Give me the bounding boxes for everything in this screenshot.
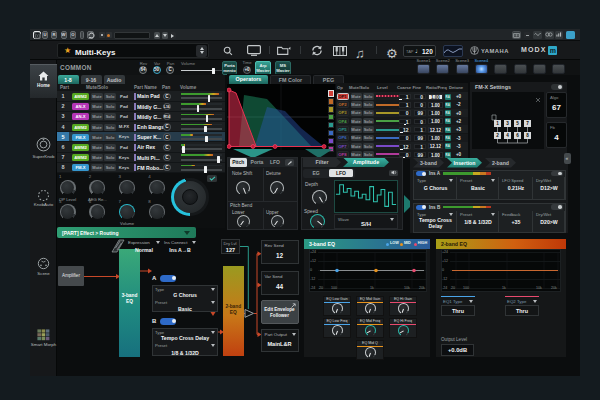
part-volume-slider[interactable]	[181, 148, 222, 150]
op-fine[interactable]: 99	[414, 152, 426, 158]
op-mute-button[interactable]: Mute	[351, 135, 362, 142]
part-solo-button[interactable]: Solo	[104, 124, 116, 131]
wave-box[interactable]: WaveS/H	[334, 214, 398, 229]
op-detune[interactable]: +0	[452, 94, 465, 99]
op-swatch-7[interactable]	[328, 138, 335, 145]
host-minus-button[interactable]	[524, 32, 530, 38]
op-row-6[interactable]: OP6 Mute Solo 0 99 1.00 RA -3	[336, 134, 468, 142]
settings-button[interactable]: ⚙	[386, 44, 399, 57]
scene-button-8[interactable]	[552, 64, 565, 74]
search-button[interactable]	[223, 46, 233, 56]
part-row-5[interactable]: 5 FM-X Mute Solo Keys Super K... C	[57, 132, 225, 142]
assign-knob-5[interactable]	[60, 204, 76, 220]
part-pan-knob[interactable]: R14	[163, 113, 171, 121]
op-fine[interactable]: 99	[414, 135, 426, 141]
eq3-knob-5[interactable]	[398, 325, 409, 336]
host-wave-button[interactable]	[533, 31, 542, 39]
mod-wave-box[interactable]	[443, 45, 463, 57]
assign-knob-8[interactable]	[149, 204, 165, 220]
portamento-button[interactable]: Portamento	[222, 61, 237, 75]
folder-button[interactable]	[277, 45, 291, 56]
op-fine[interactable]: 0	[414, 94, 426, 100]
op-fine[interactable]: 99	[414, 110, 426, 116]
eq1-type-cell[interactable]: EQ1 TypeThru	[441, 296, 475, 316]
part-name[interactable]: Air Rex	[137, 144, 165, 150]
ins-cell-preset[interactable]: Preset1/8 & 1/32D	[458, 211, 499, 233]
op-coarse[interactable]: 12	[399, 144, 411, 150]
op-ratio-badge[interactable]: RA	[445, 110, 452, 116]
part-tab-9-16[interactable]: 9-16	[81, 75, 102, 84]
fmx-edit-toggle[interactable]	[551, 84, 563, 90]
scene-button-2[interactable]	[436, 64, 449, 74]
pitch-tab-2[interactable]: LFO	[267, 158, 283, 167]
host-name-field[interactable]	[114, 32, 150, 40]
op-swatch-4[interactable]	[328, 114, 335, 121]
op-coarse[interactable]: 1	[399, 102, 411, 108]
envelope-chart[interactable]	[227, 84, 335, 150]
eq2-type-cell[interactable]: EQ2 TypeThru	[505, 296, 539, 316]
op-ratio[interactable]: 1.00	[428, 102, 443, 108]
assign-knob-2[interactable]	[89, 180, 105, 196]
chain-a-box[interactable]: TypeG ChorusPresetBasic	[152, 285, 218, 313]
op-ratio[interactable]: 1.00	[428, 152, 443, 158]
op-row-7[interactable]: OP7 Mute Solo 12 1 12.12 RA -3	[336, 142, 468, 150]
part-tab-Audio[interactable]: Audio	[104, 75, 125, 84]
part-name[interactable]: Enh Bangs	[137, 124, 165, 130]
part-name[interactable]: Mildly G...	[137, 104, 165, 110]
scene-button-4[interactable]	[475, 64, 488, 74]
part-name[interactable]: Main Pad	[137, 93, 165, 99]
part-mute-button[interactable]: Mute	[91, 144, 103, 151]
part-mute-button[interactable]: Mute	[91, 113, 103, 120]
host-button-O[interactable]: O	[70, 31, 76, 39]
assign-knob-1[interactable]	[60, 180, 76, 196]
amp-speaker-toggle[interactable]	[389, 170, 398, 177]
bend-upper-knob[interactable]	[271, 215, 284, 228]
ins-cell-type[interactable]: TypeTempo Cross Delay	[415, 211, 457, 233]
eq3-knob-0[interactable]	[332, 303, 343, 314]
ins-mute-toggle[interactable]	[551, 171, 563, 177]
op-ratio-badge[interactable]: RA	[445, 94, 452, 100]
envelope-follower-button[interactable]: Edit EnvelopeFollower	[261, 300, 299, 324]
part-solo-button[interactable]: Solo	[104, 154, 116, 161]
part-name[interactable]: FM Robo...	[137, 165, 165, 171]
preset-stepper[interactable]	[196, 45, 207, 57]
op-ratio[interactable]: 1.00	[428, 135, 443, 141]
op-detune[interactable]: +0	[452, 152, 465, 157]
part-pan-knob[interactable]: C	[163, 144, 171, 152]
pitch-kbd-toggle[interactable]	[285, 159, 294, 166]
time-knob[interactable]: +0	[243, 66, 251, 74]
output-level-box[interactable]: +0.0dB	[441, 344, 474, 356]
ms-master-button[interactable]: MSMaster	[275, 61, 291, 75]
op-ratio[interactable]: 1.00	[428, 118, 443, 124]
host-dot-button[interactable]	[99, 32, 105, 38]
op-coarse[interactable]: 12	[399, 127, 411, 133]
scene-button-7[interactable]	[533, 64, 546, 74]
op-row-4[interactable]: OP4 Mute Solo 1 0 1.00 RA +2	[336, 117, 468, 125]
sidebar-item-home[interactable]: Home	[30, 64, 57, 98]
detune-knob[interactable]	[270, 181, 284, 195]
host-panel-button[interactable]	[566, 31, 575, 39]
host-play-button[interactable]	[80, 31, 84, 39]
op-solo-button[interactable]: Solo	[363, 126, 374, 133]
part-mute-button[interactable]: Mute	[91, 134, 103, 141]
ins-cell-dry-wet[interactable]: Dry/WetD20>W	[534, 211, 565, 233]
part-pan-knob[interactable]: C	[163, 123, 171, 131]
eq3-knob-6[interactable]	[365, 347, 376, 358]
part-solo-button[interactable]: Solo	[104, 134, 116, 141]
bend-lower-knob[interactable]	[237, 215, 250, 228]
common-volume-slider[interactable]	[181, 69, 222, 72]
host-down-button[interactable]	[162, 32, 169, 40]
chain-a-toggle[interactable]	[160, 275, 176, 282]
op-mute-button[interactable]: Mute	[351, 118, 362, 125]
part-solo-button[interactable]: Solo	[104, 103, 116, 110]
op-coarse[interactable]: 1	[399, 94, 411, 100]
op-ratio[interactable]: 1.00	[428, 94, 443, 100]
op-detune[interactable]: +2	[452, 119, 465, 124]
op-solo-button[interactable]: Solo	[363, 101, 374, 108]
op-swatch-2[interactable]	[328, 98, 335, 105]
part-name[interactable]: Mildly G...	[137, 114, 165, 120]
part-volume-slider[interactable]	[181, 159, 222, 161]
song-button[interactable]: ♫	[355, 44, 368, 57]
fmx-algo-display[interactable]: 12345678	[472, 92, 544, 149]
op-ratio-badge[interactable]: RA	[445, 102, 452, 108]
